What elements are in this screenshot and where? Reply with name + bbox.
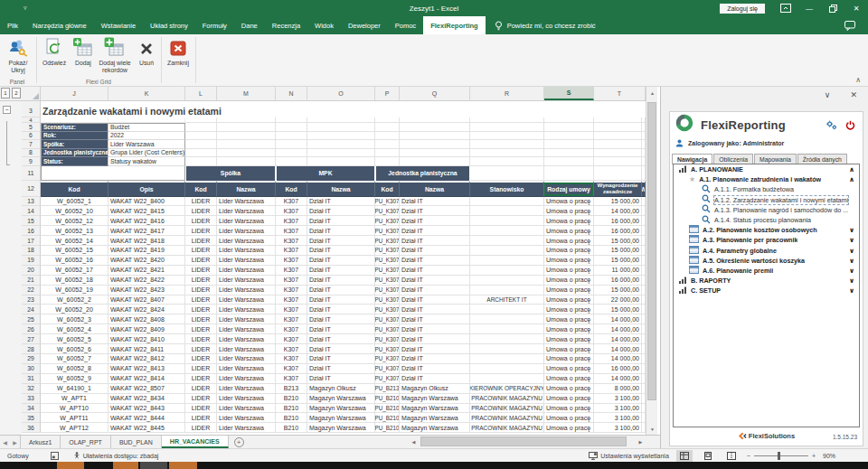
cell-spolka-kod[interactable]: LIDER [185,305,217,314]
cell-opis[interactable]: WAKAT W22_8422 [108,276,185,286]
column-header[interactable]: J [41,87,108,100]
cell-spolka-nazwa[interactable]: Lider Warszawa [217,286,276,295]
tree-item[interactable]: ★ A.1.4. Status procesu planowania ∧ ∨ [674,215,859,225]
cell-mpk-nazwa[interactable]: Magazyn Olkusz [307,384,375,394]
cell-wynagrodzenie[interactable]: 14 000,00 [594,374,642,384]
tell-me-box[interactable]: Powiedz mi, co chcesz zrobić [486,16,605,34]
cell-mpk-nazwa[interactable]: Magazyn Warszawa [307,404,375,414]
cell-stanowisko[interactable] [470,324,544,334]
cell-stanowisko[interactable] [470,206,544,216]
scroll-down-icon[interactable]: ▼ [646,423,658,435]
collapse-ribbon-icon[interactable]: ∧ [855,76,861,84]
cell-kod[interactable]: W_64190_1 [41,384,108,394]
sheet-tab[interactable]: HR_VACANCIES [162,436,229,448]
cell-opis[interactable]: WAKAT W22_8443 [108,404,185,414]
cell-kod[interactable]: W_60052_12 [41,216,108,226]
table-row[interactable]: 31 W_60052_9 WAKAT W22_8414 LIDER Lider … [22,374,646,384]
cell-spolka-kod[interactable]: LIDER [185,344,217,354]
cell-mpk-kod[interactable]: B210 [276,423,307,433]
cell-spolka-nazwa[interactable]: Lider Warszawa [217,305,276,314]
filter-value[interactable]: 2022 [108,132,185,141]
cell-spolka-nazwa[interactable]: Lider Warszawa [217,276,276,286]
row-number[interactable]: 17 [22,236,41,246]
chevron-down-icon[interactable]: ∨ [849,267,859,275]
cell-opis[interactable]: WAKAT W22_8417 [108,226,185,236]
cell-mpk-kod[interactable]: K307 [276,374,307,384]
column-header[interactable]: N [276,87,307,100]
header-jp-kod[interactable]: Kod [375,181,400,197]
cell-stanowisko[interactable]: PRACOWNIK MAGAZYNU [470,404,544,414]
cell-jednostka-nazwa[interactable]: Dział IT [400,344,470,354]
ribbon-tab[interactable]: Pomoc [388,16,423,34]
cell-jednostka-nazwa[interactable]: Dział IT [400,324,470,334]
cell-mpk-nazwa[interactable]: Dział IT [307,364,375,374]
cell-opis[interactable]: WAKAT W22_8420 [108,256,185,266]
cell-jednostka-kod[interactable]: PU_K307 [375,206,400,216]
cell-spolka-kod[interactable]: LIDER [185,197,217,207]
row-number[interactable]: 3 [22,104,41,117]
view-page-break-button[interactable] [723,450,740,462]
cell-kod[interactable]: W_60052_15 [41,246,108,256]
vertical-scrollbar-thumb[interactable] [647,102,656,400]
cell-stanowisko[interactable] [470,266,544,276]
cell-mpk-kod[interactable]: K307 [276,246,307,256]
ribbon-tab[interactable]: Formuły [195,16,234,34]
cell-stanowisko[interactable] [470,354,544,364]
cell-stanowisko[interactable]: PRACOWNIK MAGAZYNU [470,423,544,433]
cell-jednostka-kod[interactable]: PU_K307 [375,226,400,236]
cell-mpk-nazwa[interactable]: Dział IT [307,295,375,305]
cell-jednostka-kod[interactable]: PU_B213 [375,384,400,394]
cell-mpk-nazwa[interactable]: Dział IT [307,206,375,216]
view-page-layout-button[interactable] [700,450,716,462]
cell-jednostka-nazwa[interactable]: Magazyn Warszawa [400,423,470,433]
row-number[interactable]: 26 [22,324,41,334]
cell-mpk-kod[interactable]: K307 [276,266,307,276]
cell-spolka-nazwa[interactable]: Lider Warszawa [217,364,276,374]
cell-spolka-kod[interactable]: LIDER [185,256,217,266]
cell-jednostka-kod[interactable]: PU_B210 [375,404,400,414]
row-number[interactable]: 25 [22,314,41,324]
table-row[interactable]: 15 W_60052_12 WAKAT W22_8416 LIDER Lider… [22,216,646,226]
row-number[interactable]: 35 [22,413,41,423]
header-opis[interactable]: Opis [108,181,185,197]
cell-jednostka-kod[interactable]: PU_K307 [375,344,400,354]
cell-jednostka-kod[interactable]: PU_K307 [375,276,400,286]
header-wynagrodzenie[interactable]: Wynagrodzenie zasadnicze [594,181,642,197]
cell-kod[interactable]: W_60052_7 [41,354,108,364]
cell-wynagrodzenie[interactable]: 15 000,00 [594,256,642,266]
cell-spolka-nazwa[interactable]: Lider Warszawa [217,324,276,334]
cell-spolka-kod[interactable]: LIDER [185,295,217,305]
cell-spolka-nazwa[interactable]: Lider Warszawa [217,374,276,384]
row-number[interactable]: 11 [22,166,41,181]
cell-jednostka-nazwa[interactable]: Dział IT [400,295,470,305]
header-mpk-kod[interactable]: Kod [276,181,307,197]
cell-rodzaj-umowy[interactable]: Umowa o pracę [544,266,594,276]
cell-opis[interactable]: WAKAT W22_8424 [108,305,185,314]
row-number[interactable]: 32 [22,384,41,394]
cell-opis[interactable]: WAKAT W22_8419 [108,246,185,256]
cell-jednostka-kod[interactable]: PU_K307 [375,256,400,266]
header-mpk-nazwa[interactable]: Nazwa [307,181,375,197]
ribbon-tab[interactable]: Recenzja [265,16,307,34]
sheet-tab[interactable]: OLAP_RPT [61,436,111,448]
cell-opis[interactable]: WAKAT W22_8421 [108,266,185,276]
tree-item[interactable]: ★ A.4. Parametry globalne ∧ ∨ [674,246,859,256]
cell-stanowisko[interactable] [470,216,544,226]
cell-spolka-nazwa[interactable]: Lider Warszawa [217,216,276,226]
cell-kod[interactable]: W_APT11 [41,413,108,423]
cell-spolka-kod[interactable]: LIDER [185,226,217,236]
cell-wynagrodzenie[interactable]: 11 000,00 [594,266,642,276]
table-row[interactable]: 28 W_60052_6 WAKAT W22_8411 LIDER Lider … [22,344,646,354]
cell-jednostka-nazwa[interactable]: Dział IT [400,216,470,226]
add-button[interactable]: Dodaj [71,36,96,80]
table-row[interactable]: 17 W_60052_14 WAKAT W22_8418 LIDER Lider… [22,236,646,246]
cell-opis[interactable]: WAKAT W22_8410 [108,334,185,344]
cell-mpk-nazwa[interactable]: Dział IT [307,354,375,364]
cell-rodzaj-umowy[interactable]: Umowa o pracę [544,305,594,314]
row-number[interactable]: 22 [22,286,41,295]
column-header[interactable]: Q [400,87,470,100]
cell-mpk-nazwa[interactable]: Magazyn Warszawa [307,394,375,404]
chevron-down-icon[interactable]: ∨ [849,236,859,244]
cell-jednostka-kod[interactable]: PU_K307 [375,216,400,226]
cell-rodzaj-umowy[interactable]: Umowa o pracę [544,324,594,334]
